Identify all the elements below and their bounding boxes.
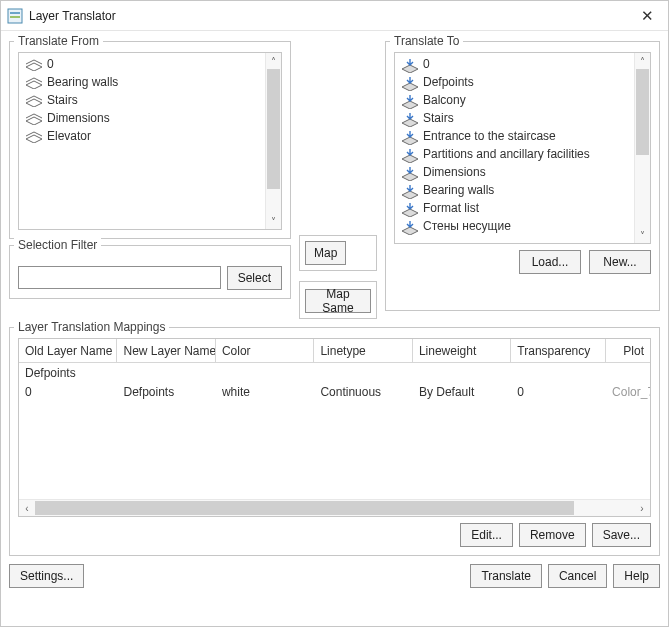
list-item[interactable]: Defpoints (395, 73, 634, 91)
th-old[interactable]: Old Layer Name (19, 339, 117, 363)
list-item[interactable]: Stairs (395, 109, 634, 127)
list-item[interactable]: Elevator (19, 127, 265, 145)
window-title: Layer Translator (29, 9, 116, 23)
translate-to-group: Translate To 0DefpointsBalconyStairsEntr… (385, 41, 660, 311)
scrollbar-to[interactable]: ˄ ˅ (634, 53, 650, 243)
horizontal-scrollbar[interactable]: ‹ › (19, 499, 650, 516)
svg-rect-2 (10, 16, 20, 18)
selection-filter-input[interactable] (18, 266, 221, 289)
scroll-up-icon[interactable]: ˄ (266, 53, 281, 69)
cell-linetype: Continuous (314, 384, 412, 400)
map-same-button[interactable]: Map Same (305, 289, 371, 313)
list-item-label: 0 (47, 57, 54, 71)
list-item[interactable]: Entrance to the staircase (395, 127, 634, 145)
list-item[interactable]: Bearing walls (19, 73, 265, 91)
new-button[interactable]: New... (589, 250, 651, 274)
table-group-row[interactable]: Defpoints (19, 363, 650, 382)
cell-color: white (216, 384, 314, 400)
th-lineweight[interactable]: Lineweight (413, 339, 511, 363)
layer-icon (25, 95, 41, 105)
list-item[interactable]: 0 (395, 55, 634, 73)
list-item[interactable]: Format list (395, 199, 634, 217)
group-cell: Defpoints (19, 365, 123, 381)
cell-old: 0 (19, 384, 117, 400)
list-item-label: 0 (423, 57, 430, 71)
list-item-label: Dimensions (47, 111, 110, 125)
translate-from-list[interactable]: 0Bearing wallsStairsDimensionsElevator ˄… (18, 52, 282, 230)
layer-down-icon (401, 149, 417, 159)
selection-filter-group: Selection Filter Select (9, 245, 291, 299)
layer-down-icon (401, 113, 417, 123)
translate-from-group: Translate From 0Bearing wallsStairsDimen… (9, 41, 291, 239)
translate-to-list[interactable]: 0DefpointsBalconyStairsEntrance to the s… (394, 52, 651, 244)
list-item[interactable]: 0 (19, 55, 265, 73)
select-button[interactable]: Select (227, 266, 282, 290)
load-button[interactable]: Load... (519, 250, 581, 274)
edit-button[interactable]: Edit... (460, 523, 513, 547)
settings-button[interactable]: Settings... (9, 564, 84, 588)
th-linetype[interactable]: Linetype (314, 339, 412, 363)
list-item-label: Partitions and ancillary facilities (423, 147, 590, 161)
scroll-thumb[interactable] (267, 69, 280, 189)
list-item-label: Стены несущие (423, 219, 511, 233)
layer-icon (25, 113, 41, 123)
list-item[interactable]: Dimensions (395, 163, 634, 181)
list-item-label: Bearing walls (47, 75, 118, 89)
list-item[interactable]: Dimensions (19, 109, 265, 127)
list-item-label: Entrance to the staircase (423, 129, 556, 143)
cell-lineweight: By Default (413, 384, 511, 400)
layer-icon (25, 59, 41, 69)
list-item-label: Stairs (47, 93, 78, 107)
th-plot[interactable]: Plot (606, 339, 650, 363)
layer-down-icon (401, 167, 417, 177)
mappings-label: Layer Translation Mappings (14, 320, 169, 334)
layer-down-icon (401, 185, 417, 195)
translate-button[interactable]: Translate (470, 564, 542, 588)
map-same-button-wrap: Map Same (299, 281, 377, 319)
layer-icon (25, 131, 41, 141)
map-button[interactable]: Map (305, 241, 346, 265)
scroll-left-icon[interactable]: ‹ (19, 503, 35, 514)
th-transparency[interactable]: Transparency (511, 339, 606, 363)
map-button-wrap: Map (299, 235, 377, 271)
list-item-label: Defpoints (423, 75, 474, 89)
table-header: Old Layer Name New Layer Name Color Line… (19, 339, 650, 363)
bottom-bar: Settings... Translate Cancel Help (1, 556, 668, 596)
list-item[interactable]: Bearing walls (395, 181, 634, 199)
scroll-down-icon[interactable]: ˅ (635, 227, 650, 243)
scroll-right-icon[interactable]: › (634, 503, 650, 514)
list-item-label: Elevator (47, 129, 91, 143)
scroll-down-icon[interactable]: ˅ (266, 213, 281, 229)
mappings-group: Layer Translation Mappings Old Layer Nam… (9, 327, 660, 556)
mappings-table[interactable]: Old Layer Name New Layer Name Color Line… (18, 338, 651, 517)
cell-new: Defpoints (117, 384, 215, 400)
cell-transparency: 0 (511, 384, 606, 400)
scrollbar-from[interactable]: ˄ ˅ (265, 53, 281, 229)
remove-button[interactable]: Remove (519, 523, 586, 547)
scroll-thumb[interactable] (636, 69, 649, 155)
layer-down-icon (401, 77, 417, 87)
table-row[interactable]: 0DefpointswhiteContinuousBy Default0Colo… (19, 382, 650, 401)
save-button[interactable]: Save... (592, 523, 651, 547)
translate-from-label: Translate From (14, 34, 103, 48)
cancel-button[interactable]: Cancel (548, 564, 607, 588)
list-item[interactable]: Partitions and ancillary facilities (395, 145, 634, 163)
th-color[interactable]: Color (216, 339, 314, 363)
app-icon (7, 8, 23, 24)
svg-rect-1 (10, 12, 20, 14)
list-item[interactable]: Balcony (395, 91, 634, 109)
th-new[interactable]: New Layer Name (117, 339, 215, 363)
titlebar: Layer Translator ✕ (1, 1, 668, 31)
layer-down-icon (401, 59, 417, 69)
list-item-label: Balcony (423, 93, 466, 107)
layer-icon (25, 77, 41, 87)
list-item[interactable]: Стены несущие (395, 217, 634, 235)
help-button[interactable]: Help (613, 564, 660, 588)
list-item[interactable]: Stairs (19, 91, 265, 109)
list-item-label: Stairs (423, 111, 454, 125)
close-button[interactable]: ✕ (635, 5, 660, 27)
layer-down-icon (401, 221, 417, 231)
scroll-up-icon[interactable]: ˄ (635, 53, 650, 69)
scroll-thumb[interactable] (35, 501, 574, 515)
list-item-label: Bearing walls (423, 183, 494, 197)
